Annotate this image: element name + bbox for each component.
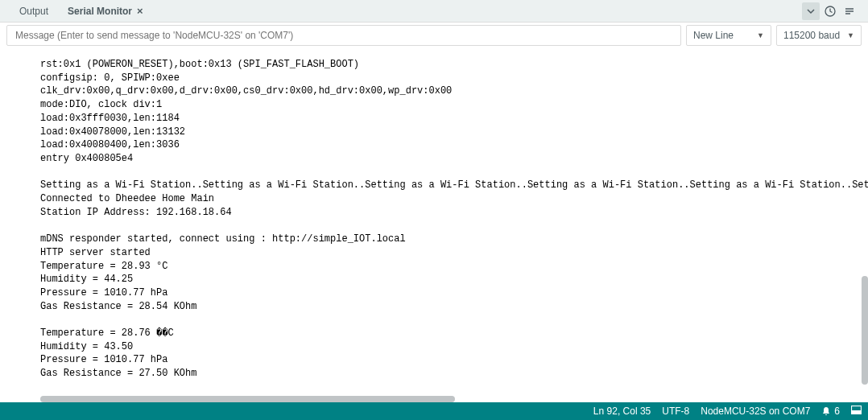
tab-serial-monitor-label: Serial Monitor (68, 6, 132, 17)
status-encoding[interactable]: UTF-8 (662, 406, 689, 417)
baud-rate-value: 115200 baud (783, 30, 840, 41)
notification-count: 6 (834, 406, 840, 417)
clear-output-button[interactable] (841, 2, 858, 20)
chevron-down-icon (806, 6, 816, 16)
clock-icon (825, 6, 836, 17)
tab-bar: Output Serial Monitor × (0, 0, 868, 23)
status-close-panel[interactable] (851, 406, 862, 417)
status-bar: Ln 92, Col 35 UTF-8 NodeMCU-32S on COM7 … (0, 402, 868, 420)
line-ending-value: New Line (693, 30, 734, 41)
status-board[interactable]: NodeMCU-32S on COM7 (701, 406, 810, 417)
chevron-down-icon: ▼ (757, 31, 764, 39)
chevron-down-icon: ▼ (847, 31, 854, 39)
line-ending-select[interactable]: New Line ▼ (686, 25, 771, 46)
tab-serial-monitor[interactable]: Serial Monitor × (58, 0, 153, 22)
tab-output-label: Output (19, 6, 48, 17)
toggle-timestamp-button[interactable] (821, 2, 839, 20)
status-notifications[interactable]: 6 (821, 406, 840, 417)
console-area: rst:0x1 (POWERON_RESET),boot:0x13 (SPI_F… (0, 48, 868, 402)
window-icon (851, 406, 862, 417)
bell-icon (821, 406, 831, 416)
horizontal-scrollbar[interactable] (40, 396, 455, 402)
message-input[interactable] (6, 25, 681, 46)
close-icon[interactable]: × (137, 5, 143, 17)
expand-panel-button[interactable] (802, 2, 820, 20)
vertical-scrollbar[interactable] (862, 276, 868, 385)
clear-icon (844, 6, 855, 17)
status-cursor[interactable]: Ln 92, Col 35 (593, 406, 651, 417)
tab-output[interactable]: Output (10, 1, 58, 22)
console-output[interactable]: rst:0x1 (POWERON_RESET),boot:0x13 (SPI_F… (0, 48, 868, 390)
baud-rate-select[interactable]: 115200 baud ▼ (776, 25, 862, 46)
svg-rect-2 (852, 410, 862, 414)
controls-row: New Line ▼ 115200 baud ▼ (0, 23, 868, 48)
